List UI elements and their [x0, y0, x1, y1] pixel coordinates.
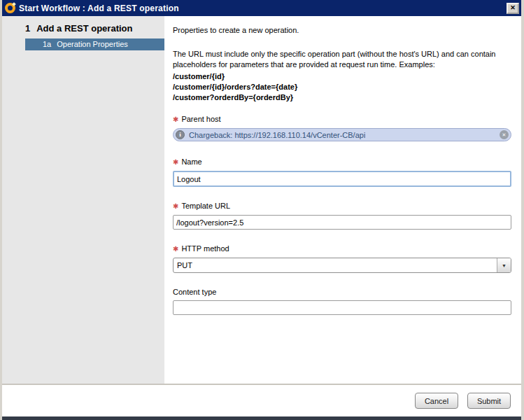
clear-icon[interactable]: ✕	[500, 130, 509, 139]
required-marker: ✱	[173, 115, 178, 123]
required-marker: ✱	[173, 202, 178, 210]
url-example: /customer/{id}	[173, 71, 511, 82]
start-workflow-dialog: Start Workflow : Add a REST operation ✕ …	[0, 0, 524, 420]
dialog-footer: Cancel Submit	[2, 384, 521, 416]
http-method-label: ✱HTTP method	[173, 244, 511, 254]
url-help-line-1: The URL must include only the specific o…	[173, 50, 496, 58]
content-type-label: Content type	[173, 287, 511, 297]
http-method-value: PUT	[174, 258, 497, 272]
name-label: ✱Name	[173, 157, 511, 167]
url-help-line-2: placeholders for parameters that are pro…	[173, 60, 435, 69]
http-method-field: ✱HTTP method PUT ▼	[173, 244, 511, 273]
chevron-down-icon[interactable]: ▼	[497, 258, 511, 272]
substep-title: Operation Properties	[57, 40, 128, 48]
name-field: ✱Name	[173, 157, 511, 187]
url-examples: /customer/{id} /customer/{id}/orders?dat…	[173, 71, 511, 103]
step-heading: 1Add a REST operation	[25, 23, 164, 34]
workflow-app-icon	[5, 3, 15, 13]
parent-host-value[interactable]: i Chargeback: https://192.168.110.14/vCe…	[173, 128, 511, 141]
steps-sidebar: 1Add a REST operation 1aOperation Proper…	[2, 16, 164, 384]
submit-button[interactable]: Submit	[467, 393, 511, 409]
step-title: Add a REST operation	[36, 23, 132, 34]
intro-text: Properties to create a new operation.	[173, 25, 511, 35]
url-help-text: The URL must include only the specific o…	[173, 49, 511, 70]
parent-host-text: Chargeback: https://192.168.110.14/vCent…	[189, 131, 365, 139]
close-icon[interactable]: ✕	[507, 3, 519, 14]
info-icon: i	[176, 130, 185, 139]
substep-number: 1a	[43, 40, 51, 48]
template-url-input[interactable]	[173, 215, 511, 230]
template-url-field: ✱Template URL	[173, 201, 511, 230]
title-bar: Start Workflow : Add a REST operation ✕	[2, 0, 521, 16]
url-example: /customer/{id}/orders?date={date}	[173, 82, 511, 92]
name-input[interactable]	[173, 171, 511, 187]
required-marker: ✱	[173, 158, 178, 166]
dialog-body: 1Add a REST operation 1aOperation Proper…	[2, 16, 521, 384]
content-type-input[interactable]	[173, 300, 511, 315]
step-number: 1	[25, 23, 30, 34]
properties-form: Properties to create a new operation. Th…	[164, 16, 521, 384]
sidebar-item-operation-properties[interactable]: 1aOperation Properties	[25, 38, 164, 50]
window-bottom-edge	[2, 416, 521, 420]
parent-host-label: ✱Parent host	[173, 114, 511, 125]
window-title: Start Workflow : Add a REST operation	[19, 4, 179, 13]
content-type-field: Content type	[173, 287, 511, 315]
http-method-select[interactable]: PUT ▼	[173, 258, 511, 273]
cancel-button[interactable]: Cancel	[415, 393, 458, 409]
url-example: /customer?orderdBy={orderdBy}	[173, 92, 511, 103]
required-marker: ✱	[173, 245, 178, 253]
parent-host-field: ✱Parent host i Chargeback: https://192.1…	[173, 114, 511, 141]
template-url-label: ✱Template URL	[173, 201, 511, 211]
